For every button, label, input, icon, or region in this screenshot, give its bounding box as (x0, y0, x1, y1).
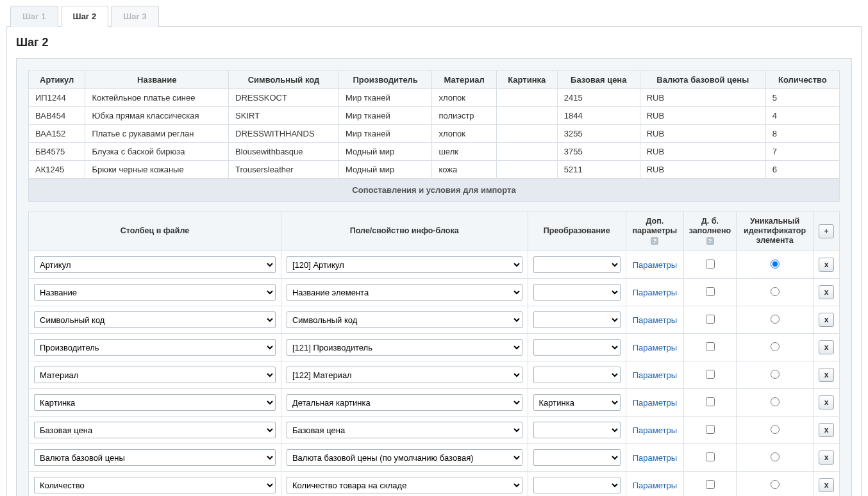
tab-step-2[interactable]: Шаг 2 (61, 6, 109, 27)
col-extra-params: Доп. параметры ? (626, 211, 683, 251)
mapping-row: КоличествоКоличество товара на складеПар… (29, 472, 840, 497)
delete-row-button[interactable]: x (819, 478, 834, 492)
help-icon[interactable]: ? (706, 237, 714, 245)
must-fill-checkbox[interactable] (706, 425, 715, 434)
preview-cell: 7 (765, 143, 839, 161)
extra-params-link[interactable]: Параметры (633, 453, 677, 463)
iblock-field-select[interactable]: Символьный код (287, 311, 522, 328)
must-fill-checkbox[interactable] (706, 480, 715, 489)
preview-cell: DRESSWITHHANDS (229, 125, 339, 143)
preview-cell (496, 107, 557, 125)
help-icon[interactable]: ? (651, 237, 658, 245)
must-fill-checkbox[interactable] (706, 315, 715, 324)
file-column-select[interactable]: Символьный код (34, 311, 276, 328)
iblock-field-select[interactable]: Количество товара на складе (287, 477, 522, 493)
preview-table: АртикулНазваниеСимвольный кодПроизводите… (28, 70, 840, 179)
preview-cell: полиэстр (432, 107, 496, 125)
file-column-select[interactable]: Количество (34, 477, 276, 493)
uid-radio[interactable] (771, 260, 780, 269)
transform-select[interactable] (533, 449, 621, 466)
table-row: ВАА152Платье с рукавами регланDRESSWITHH… (29, 125, 840, 143)
preview-header: Картинка (496, 71, 557, 89)
preview-cell: RUB (640, 125, 765, 143)
preview-cell: RUB (640, 89, 765, 107)
must-fill-checkbox[interactable] (706, 370, 715, 379)
iblock-field-select[interactable]: Базовая цена (287, 422, 522, 438)
delete-row-button[interactable]: x (819, 451, 834, 465)
preview-header: Количество (765, 71, 839, 89)
content-area: АртикулНазваниеСимвольный кодПроизводите… (16, 58, 852, 496)
preview-cell: 3255 (557, 125, 640, 143)
table-row: АК1245Брюки черные кожаныеTrousersleathe… (29, 161, 840, 179)
tab-step-1[interactable]: Шаг 1 (10, 6, 58, 27)
uid-radio[interactable] (771, 452, 780, 461)
table-row: БВ4575Блузка с баской бирюзаBlousewithba… (29, 143, 840, 161)
uid-radio[interactable] (771, 342, 780, 351)
must-fill-checkbox[interactable] (706, 260, 715, 269)
must-fill-checkbox[interactable] (706, 452, 715, 461)
preview-cell: БВ4575 (29, 143, 85, 161)
preview-cell: хлопок (432, 125, 496, 143)
uid-radio[interactable] (771, 397, 780, 406)
preview-cell: Юбка прямая классическая (85, 107, 229, 125)
file-column-select[interactable]: Валюта базовой цены (34, 449, 276, 466)
extra-params-link[interactable]: Параметры (633, 315, 677, 325)
preview-cell (496, 143, 557, 161)
iblock-field-select[interactable]: Детальная картинка (287, 394, 522, 411)
transform-select[interactable] (533, 477, 621, 493)
transform-select[interactable] (533, 422, 621, 438)
step-panel: Шаг 2 АртикулНазваниеСимвольный кодПроиз… (6, 27, 862, 496)
transform-select[interactable] (533, 284, 621, 301)
transform-select[interactable] (533, 311, 621, 328)
iblock-field-select[interactable]: [120] Артикул (287, 256, 522, 273)
preview-cell: кожа (432, 161, 496, 179)
transform-select[interactable] (533, 256, 621, 273)
file-column-select[interactable]: Картинка (34, 394, 276, 411)
preview-cell (496, 161, 557, 179)
delete-row-button[interactable]: x (819, 285, 834, 299)
mapping-row: Валюта базовой ценыВалюта базовой цены (… (29, 444, 840, 472)
delete-row-button[interactable]: x (819, 395, 834, 409)
extra-params-link[interactable]: Параметры (633, 343, 677, 352)
file-column-select[interactable]: Материал (34, 367, 276, 383)
delete-row-button[interactable]: x (819, 340, 834, 354)
delete-row-button[interactable]: x (819, 423, 834, 437)
uid-radio[interactable] (771, 315, 780, 324)
extra-params-link[interactable]: Параметры (633, 288, 677, 297)
extra-params-link[interactable]: Параметры (633, 398, 677, 408)
file-column-select[interactable]: Название (34, 284, 276, 301)
must-fill-checkbox[interactable] (706, 287, 715, 296)
preview-cell: RUB (640, 161, 765, 179)
transform-select[interactable] (533, 339, 621, 356)
iblock-field-select[interactable]: [121] Производитель (287, 339, 522, 356)
preview-cell: 1844 (557, 107, 640, 125)
iblock-field-select[interactable]: Название элемента (287, 284, 522, 301)
preview-cell: ВАА152 (29, 125, 85, 143)
add-row-button[interactable]: + (819, 224, 834, 238)
uid-radio[interactable] (771, 370, 780, 379)
delete-row-button[interactable]: x (819, 313, 834, 327)
uid-radio[interactable] (771, 480, 780, 489)
preview-cell: ИП1244 (29, 89, 85, 107)
file-column-select[interactable]: Базовая цена (34, 422, 276, 438)
file-column-select[interactable]: Производитель (34, 339, 276, 356)
extra-params-link[interactable]: Параметры (633, 481, 677, 490)
uid-radio[interactable] (771, 425, 780, 434)
mapping-row: Базовая ценаБазовая ценаПараметрыx (29, 417, 840, 444)
uid-radio[interactable] (771, 287, 780, 296)
delete-row-button[interactable]: x (819, 258, 834, 272)
extra-params-link[interactable]: Параметры (633, 426, 677, 435)
iblock-field-select[interactable]: [122] Материал (287, 367, 522, 383)
transform-select[interactable]: Картинка (533, 394, 621, 411)
iblock-field-select[interactable]: Валюта базовой цены (по умолчанию базова… (287, 449, 522, 466)
must-fill-checkbox[interactable] (706, 397, 715, 406)
extra-params-link[interactable]: Параметры (633, 260, 677, 270)
col-field: Поле/свойство инфо-блока (281, 211, 528, 251)
preview-cell: 6 (765, 161, 839, 179)
delete-row-button[interactable]: x (819, 368, 834, 382)
extra-params-link[interactable]: Параметры (633, 370, 677, 380)
must-fill-checkbox[interactable] (706, 342, 715, 351)
transform-select[interactable] (533, 367, 621, 383)
file-column-select[interactable]: Артикул (34, 256, 276, 273)
table-row: ИП1244Коктейльное платье синееDRESSKOCTМ… (29, 89, 840, 107)
